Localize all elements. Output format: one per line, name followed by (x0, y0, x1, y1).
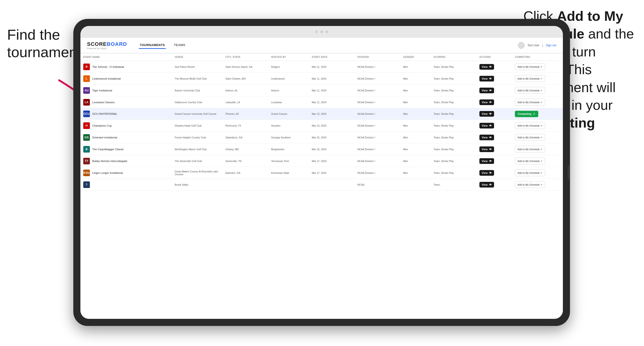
gender-cell: Men (400, 85, 431, 96)
view-button[interactable]: View 👁 (480, 64, 494, 70)
venue-cell: The Sevierville Golf Club (172, 155, 223, 167)
competing-cell: Add to My Schedule + (512, 143, 563, 155)
competing-cell: Add to My Schedule + (512, 73, 563, 85)
col-header-hosted: HOSTED BY (268, 53, 309, 61)
event-name-cell-6: H Champions Cup (80, 120, 172, 132)
add-schedule-button[interactable]: Add to My Schedule + (515, 134, 545, 141)
venue-cell: Auburn University Club (172, 85, 223, 96)
view-button[interactable]: View 👁 (480, 99, 494, 105)
division-cell: NCAA Division I (355, 85, 400, 96)
add-schedule-button[interactable]: Add to My Schedule + (515, 63, 545, 70)
scoring-cell: Team, (431, 179, 476, 190)
nav-tabs: TOURNAMENTS TEAMS (139, 42, 186, 49)
logo-text-accent: BOARD (107, 41, 127, 47)
plus-icon: + (541, 124, 542, 127)
hosted-by-cell: Kennesaw State (268, 167, 309, 179)
division-cell: NCAA Division I (355, 61, 400, 73)
signout-link[interactable]: Sign out (546, 44, 556, 47)
competing-cell: Add to My Schedule + (512, 96, 563, 108)
event-name-text: Louisiana Classics (92, 101, 115, 104)
team-logo: H (83, 122, 90, 129)
table-row: H Champions Cup Shadow Hawk Golf ClubRic… (80, 120, 563, 132)
gender-cell: Men (400, 120, 431, 132)
add-schedule-button[interactable]: Add to My Schedule + (515, 87, 545, 94)
start-date-cell: Mar 12, 2024 (309, 108, 354, 120)
col-header-venue: VENUE (172, 53, 223, 61)
event-name-inner: KSU Linger Longer Invitational (83, 170, 169, 176)
table-row: ? Brook ValleyNCAATeam,View 👁Add to My S… (80, 179, 563, 190)
view-button[interactable]: View 👁 (480, 76, 494, 81)
gender-cell: Men (400, 61, 431, 73)
nav-tab-tournaments[interactable]: TOURNAMENTS (139, 42, 166, 49)
event-name-inner: GCU GCU INVITATIONAL (83, 111, 169, 117)
team-logo: L (83, 75, 90, 82)
tablet-side-button (568, 165, 570, 179)
team-logo: R (83, 63, 90, 70)
view-button[interactable]: View 👁 (480, 147, 494, 152)
table-row: R The Johnnie - O Individual Sea Palms R… (80, 61, 563, 73)
table-header-row: EVENT NAME VENUE CITY, STATE HOSTED BY S… (80, 53, 563, 61)
add-schedule-button[interactable]: Add to My Schedule + (515, 169, 545, 176)
view-button[interactable]: View 👁 (480, 88, 494, 93)
competing-button[interactable]: Competing ✓ (515, 111, 538, 117)
view-button[interactable]: View 👁 (480, 170, 494, 176)
view-button[interactable]: View 👁 (480, 111, 494, 117)
table-row: KSU Linger Longer Invitational Great Wat… (80, 167, 563, 179)
event-name-cell-4: LA Louisiana Classics (80, 96, 172, 108)
header-right: Test User | Sign out (518, 42, 556, 49)
event-name-cell-9: TT Bobby Nichols Intercollegiate (80, 155, 172, 167)
event-name-inner: ? (83, 181, 169, 188)
competing-cell: Competing ✓ (512, 108, 563, 120)
event-name-inner: LA Louisiana Classics (83, 99, 169, 106)
plus-icon: + (541, 65, 542, 68)
scoring-cell: Team, Stroke Play (431, 108, 476, 120)
event-name-inner: GS Schenkel Invitational (83, 134, 169, 141)
tablet-top-bar (80, 26, 563, 38)
scoring-cell: Team, Stroke Play (431, 120, 476, 132)
add-schedule-button[interactable]: Add to My Schedule + (515, 146, 545, 153)
scoring-cell: Team, Stroke Play (431, 143, 476, 155)
col-header-city: CITY, STATE (222, 53, 268, 61)
nav-tab-teams[interactable]: TEAMS (173, 42, 186, 49)
view-button[interactable]: View 👁 (480, 158, 494, 164)
plus-icon: + (541, 77, 542, 80)
plus-icon: + (541, 136, 542, 139)
add-schedule-button[interactable]: Add to My Schedule + (515, 75, 545, 82)
team-logo: TT (83, 158, 90, 164)
actions-cell: View 👁 (476, 85, 512, 96)
view-button[interactable]: View 👁 (480, 182, 494, 187)
division-cell: NCAA Division I (355, 120, 400, 132)
event-name-text: The Johnnie - O Individual (92, 65, 124, 68)
table-row: L Lindenwood Invitational The Missouri B… (80, 73, 563, 85)
add-schedule-button[interactable]: Add to My Schedule + (515, 181, 545, 188)
start-date-cell: Mar 16, 2024 (309, 143, 354, 155)
plus-icon: + (541, 100, 542, 104)
team-logo: GCU (83, 111, 90, 117)
event-name-cell-5: GCU GCU INVITATIONAL (80, 108, 172, 120)
view-button[interactable]: View 👁 (480, 123, 494, 129)
plus-icon: + (541, 147, 542, 151)
scoring-cell: Team, Stroke Play (431, 132, 476, 143)
scoring-cell: Team, Stroke Play (431, 167, 476, 179)
add-schedule-button[interactable]: Add to My Schedule + (515, 158, 545, 164)
scoring-cell: Team, Stroke Play (431, 73, 476, 85)
logo-text-main: SCORE (87, 41, 107, 47)
team-logo: LA (83, 99, 90, 106)
annotation-left: Find the tournament. (7, 26, 83, 61)
add-schedule-button[interactable]: Add to My Schedule + (515, 99, 545, 106)
table-row: TT Bobby Nichols Intercollegiate The Sev… (80, 155, 563, 167)
division-cell: NCAA Division I (355, 155, 400, 167)
plus-icon: + (541, 89, 542, 92)
eye-icon: 👁 (489, 112, 492, 115)
logo-area: SCOREBOARD Powered by clippd (87, 41, 127, 50)
add-schedule-button[interactable]: Add to My Schedule + (515, 122, 545, 129)
gender-cell: Men (400, 167, 431, 179)
view-button[interactable]: View 👁 (480, 135, 494, 140)
competing-cell: Add to My Schedule + (512, 179, 563, 190)
event-name-text: Linger Longer Invitational (92, 172, 123, 174)
city-cell: Lafayette, LA (222, 96, 268, 108)
scoring-cell: Team, Stroke Play (431, 85, 476, 96)
table-row: GS Schenkel Invitational Forest Heights … (80, 132, 563, 143)
start-date-cell: Mar 17, 2024 (309, 167, 354, 179)
start-date-cell: Mar 11, 2024 (309, 85, 354, 96)
